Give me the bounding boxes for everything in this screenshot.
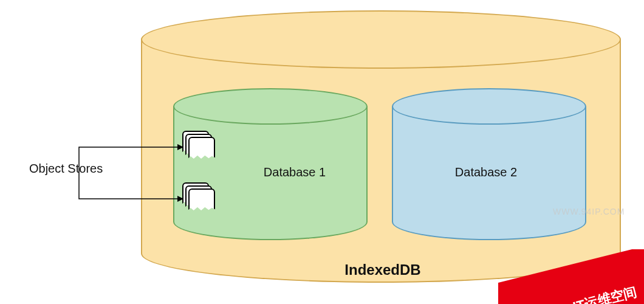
object-store-stack-2 bbox=[182, 182, 216, 216]
object-stores-label: Object Stores bbox=[29, 162, 103, 176]
document-icon bbox=[188, 188, 215, 215]
database-1-label: Database 1 bbox=[246, 165, 343, 179]
document-icon bbox=[188, 137, 215, 164]
database-2-label: Database 2 bbox=[437, 165, 535, 179]
indexeddb-label: IndexedDB bbox=[322, 261, 444, 278]
corner-badge: IT运维空间 bbox=[498, 249, 644, 304]
watermark-text: WWW.94IP.COM bbox=[553, 207, 625, 216]
object-store-stack-1 bbox=[182, 131, 216, 165]
